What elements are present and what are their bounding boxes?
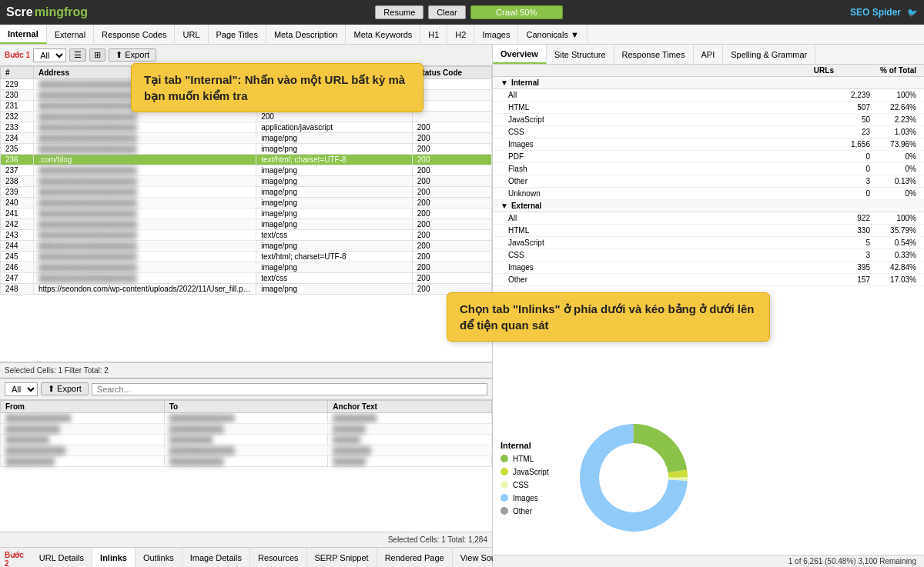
main-table-row[interactable]: 239██████████████████image/png200 [1,187,492,198]
stats-section[interactable]: ▼ External [493,200,924,212]
stats-row[interactable]: Unknown00% [493,188,924,200]
clear-button[interactable]: Clear [428,5,465,19]
stats-row-pct: 0% [870,152,916,161]
tab-page-titles[interactable]: Page Titles [209,25,266,44]
main-table-row[interactable]: 242██████████████████image/png200 [1,219,492,230]
cell-status: 200 [412,144,491,155]
tab-serp-snippet[interactable]: SERP Snippet [307,548,377,567]
lower-filter-select[interactable]: All [5,382,38,396]
tab-rendered-page[interactable]: Rendered Page [377,548,453,567]
tab-image-details[interactable]: Image Details [182,548,250,567]
main-table-row[interactable]: 234██████████████████image/png200 [1,133,492,144]
grid-view-button[interactable]: ⊞ [89,48,105,62]
tab-internal[interactable]: Internal [0,25,47,44]
logo-scr: Scre [6,5,33,19]
stats-row-pct: 0.54% [870,238,916,247]
stats-row[interactable]: Other15717.03% [493,274,924,286]
stats-row-urls: 330 [824,226,870,235]
cell-content-type: application/javascript [256,122,413,133]
stats-row-label: CSS [500,128,824,136]
main-table-row[interactable]: 244██████████████████image/png200 [1,241,492,252]
tab-meta-keywords[interactable]: Meta Keywords [346,25,420,44]
tab-h1[interactable]: H1 [420,25,447,44]
cell-num: 229 [1,79,34,90]
cell-address: ██████████████████ [33,144,256,155]
stats-row[interactable]: HTML50722.64% [493,102,924,114]
cell-address: ██████████████████ [33,165,256,176]
tab-images[interactable]: Images [474,25,518,44]
main-table-row[interactable]: 232██████████████████200 [1,112,492,122]
stats-row[interactable]: Images1,65673.96% [493,138,924,151]
main-table-row[interactable]: 237██████████████████image/png200 [1,165,492,176]
crawl-progress: Crawl 50% [470,5,563,19]
stats-row[interactable]: Images39542.84% [493,262,924,274]
main-table-row[interactable]: 245██████████████████text/html; charset=… [1,252,492,262]
stats-row[interactable]: All922100% [493,212,924,225]
tab-canonicals[interactable]: Canonicals ▼ [518,25,587,44]
stats-row[interactable]: HTML33035.79% [493,225,924,237]
stats-row-urls: 50 [824,115,870,124]
right-tab-overview[interactable]: Overview [493,45,547,64]
logo-frog: mingfrog [35,5,88,19]
stats-row[interactable]: JavaScript502.23% [493,114,924,126]
main-table-row[interactable]: 241██████████████████image/png200 [1,208,492,219]
tab-meta-description[interactable]: Meta Description [266,25,346,44]
export-button-top[interactable]: ⬆ Export [109,48,156,62]
main-table-row[interactable]: 236.com/blogtext/html; charset=UTF-8200 [1,155,492,165]
cell-status: 200 [412,122,491,133]
stats-row[interactable]: PDF00% [493,151,924,163]
stats-row-urls: 3 [824,251,870,259]
stats-row[interactable]: CSS231.03% [493,126,924,138]
main-table-row[interactable]: 246██████████████████image/png200 [1,262,492,273]
stats-row-pct: 2.23% [870,115,916,124]
right-tab-response-times[interactable]: Response Times [614,45,694,64]
export-button-lower[interactable]: ⬆ Export [41,382,89,395]
stats-row[interactable]: Flash00% [493,163,924,175]
filter-select-top[interactable]: All [33,48,66,62]
tab-h2[interactable]: H2 [447,25,474,44]
chart-title: Internal [500,441,549,450]
search-input[interactable] [92,383,487,395]
cell-status: 200 [412,252,491,262]
resume-button[interactable]: Resume [375,5,424,19]
tab-inlinks[interactable]: Inlinks [92,548,136,567]
main-table-row[interactable]: 238██████████████████image/png200 [1,176,492,187]
stats-row-label: HTML [500,226,824,235]
stats-section[interactable]: ▼ Internal [493,77,924,89]
stats-row[interactable]: Other30.13% [493,175,924,188]
tab-resources[interactable]: Resources [250,548,307,567]
bottom-tabs: Bước 2 URL Details Inlinks Outlinks Imag… [0,547,492,567]
stats-row[interactable]: CSS30.33% [493,249,924,262]
right-tab-site-structure[interactable]: Site Structure [547,45,614,64]
tab-outlinks[interactable]: Outlinks [136,548,182,567]
main-table-row[interactable]: 233██████████████████application/javascr… [1,122,492,133]
legend-item: Other [500,507,549,515]
tab-response-codes[interactable]: Response Codes [94,25,175,44]
cell-address: ██████████████████ [33,122,256,133]
list-view-button[interactable]: ☰ [69,48,86,62]
stats-row-label: JavaScript [500,238,824,247]
stats-row-label: Other [500,275,824,284]
cell-content-type: text/html; charset=UTF-8 [256,252,413,262]
legend-dot [500,494,508,502]
main-table-row[interactable]: 243██████████████████text/css200 [1,230,492,241]
cell-num: 230 [1,90,34,101]
main-table-row[interactable]: 235██████████████████image/png200 [1,144,492,155]
main-table-row[interactable]: 248https://seondon.com/wp-content/upload… [1,284,492,295]
legend-dot [500,507,508,515]
right-tab-api[interactable]: API [694,45,724,64]
right-tab-spelling-grammar[interactable]: Spelling & Grammar [723,45,815,64]
main-table-row[interactable]: 240██████████████████image/png200 [1,198,492,208]
cell-status: 200 [412,133,491,144]
stats-row[interactable]: All2,239100% [493,89,924,102]
cell-address: ██████████████████ [33,219,256,230]
lower-cell-to: ██████████ [164,456,328,467]
legend-label: Images [513,494,538,502]
stats-row[interactable]: JavaScript50.54% [493,237,924,249]
cell-address: ██████████████████ [33,198,256,208]
main-table-row[interactable]: 247██████████████████text/css200 [1,273,492,284]
tab-url-details[interactable]: URL Details [32,548,92,567]
stats-row-label: Images [500,263,824,272]
tab-url[interactable]: URL [175,25,208,44]
tab-external[interactable]: External [47,25,94,44]
